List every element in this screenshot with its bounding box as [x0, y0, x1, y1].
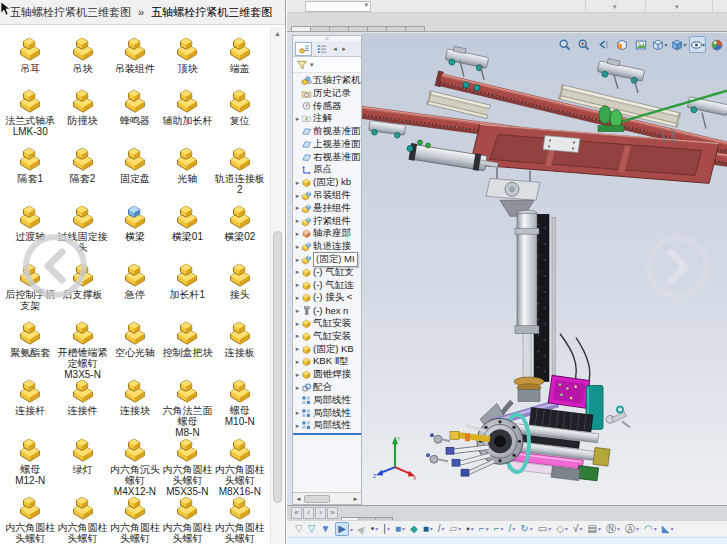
- expand-toggle-icon[interactable]: ▸: [294, 215, 301, 227]
- hscroll-thumb[interactable]: [304, 495, 330, 503]
- library-part-item[interactable]: 横梁: [109, 195, 161, 253]
- library-part-item[interactable]: 固定盘: [109, 137, 161, 195]
- previous-view-icon[interactable]: ▾: [594, 36, 611, 53]
- feature-tree-item[interactable]: ▸ (-) 气缸支: [294, 266, 361, 279]
- zoom-to-area-icon[interactable]: ▾: [575, 36, 592, 53]
- library-part-item[interactable]: 顶块: [161, 27, 213, 79]
- feature-tree-item[interactable]: 局部线性: [294, 394, 361, 407]
- zoom-to-fit-icon[interactable]: ▾: [556, 36, 573, 53]
- filter-edges-icon[interactable]: ▽ ▾: [308, 523, 316, 535]
- feature-tree-item[interactable]: ▸ 局部线性: [294, 407, 361, 420]
- library-part-item[interactable]: 连接板: [214, 311, 266, 369]
- library-part-item[interactable]: 空心光轴: [109, 311, 161, 369]
- tab-nav-next[interactable]: ›: [315, 507, 326, 519]
- tab-mbd[interactable]: [405, 26, 425, 31]
- tab-nav-first[interactable]: «: [291, 507, 302, 519]
- feature-tree-item[interactable]: ▸ 吊装组件: [294, 189, 361, 202]
- board-icon[interactable]: ▭ ▾: [538, 523, 551, 535]
- library-part-item[interactable]: 轨道连接板 2: [214, 137, 266, 195]
- library-part-item[interactable]: 聚氨酯套: [4, 311, 56, 369]
- plane-icon[interactable]: ■ ▾: [395, 523, 405, 535]
- expand-toggle-icon[interactable]: ▸: [294, 318, 301, 330]
- diagonal-icon[interactable]: / ▾: [509, 523, 516, 535]
- feature-tree-item[interactable]: ▸ 注解: [294, 112, 361, 125]
- wedge-icon[interactable]: ◆ ▾: [410, 523, 418, 535]
- point-icon[interactable]: • ▾: [371, 523, 379, 535]
- select-arrow-icon[interactable]: ▶ ▾: [335, 522, 353, 536]
- feature-tree-item[interactable]: ▸ KBK Ⅱ型: [294, 356, 361, 369]
- feature-tree-item[interactable]: ▸ (-) hex n: [294, 304, 361, 317]
- library-part-item[interactable]: 六角法兰面 螺母 M8-N: [161, 369, 213, 427]
- cube-icon[interactable]: ■ ▾: [423, 523, 433, 535]
- expand-toggle-icon[interactable]: ▸: [294, 369, 301, 381]
- library-part-item[interactable]: 连接块: [109, 369, 161, 427]
- feature-tree-item[interactable]: 右视基准面: [294, 151, 361, 164]
- tab-sketch[interactable]: [329, 26, 349, 31]
- edit-appearance-icon[interactable]: ▾: [708, 36, 725, 53]
- rotate-icon[interactable]: ↻ ▾: [520, 523, 532, 535]
- feature-tree-item[interactable]: ▸ 圆锥焊接: [294, 368, 361, 381]
- zoom-note-icon[interactable]: Ⓝ ▾: [606, 523, 620, 535]
- library-part-item[interactable]: 内六角圆柱 头螺钉 M10X30- N: [161, 486, 213, 544]
- surface-icon[interactable]: ▱ ▾: [450, 523, 462, 535]
- expand-toggle-icon[interactable]: ▸: [294, 382, 301, 394]
- library-part-item[interactable]: 隔套2: [56, 137, 108, 195]
- feature-tree-item[interactable]: ▸ 拧紧组件: [294, 215, 361, 228]
- library-part-item[interactable]: 辅助加长杆: [161, 79, 213, 137]
- library-part-item[interactable]: 端盖: [214, 27, 266, 79]
- expand-toggle-icon[interactable]: ▸: [294, 279, 301, 291]
- dropdown-caret-icon[interactable]: ▾: [675, 3, 679, 11]
- expand-toggle-icon[interactable]: ▸: [294, 177, 301, 189]
- scroll-left-icon[interactable]: ◂: [293, 495, 304, 503]
- vertex-icon[interactable]: ▪ ▾: [466, 523, 474, 535]
- feature-panel-hscrollbar[interactable]: ◂ ▸: [293, 492, 361, 504]
- tab-scroll-right[interactable]: ▸: [340, 45, 348, 53]
- library-part-item[interactable]: 内六角圆柱 头螺钉 M5X35-N: [161, 428, 213, 486]
- measure-icon[interactable]: ◣ ▾: [662, 523, 674, 535]
- library-part-item[interactable]: 连接件: [56, 369, 108, 427]
- feature-tree-item[interactable]: 上视基准面: [294, 138, 361, 151]
- eraser-icon[interactable]: ◇ ▾: [556, 523, 568, 535]
- scroll-up-icon[interactable]: ▲: [271, 27, 284, 40]
- expand-toggle-icon[interactable]: ▸: [294, 202, 301, 214]
- expand-toggle-icon[interactable]: ▸: [294, 356, 301, 368]
- library-part-item[interactable]: 螺母 M12-N: [4, 428, 56, 486]
- library-part-item[interactable]: 开槽锥端紧 定螺钉 M3X5-N: [56, 311, 108, 369]
- next-page-overlay-button[interactable]: [646, 235, 710, 299]
- library-part-item[interactable]: 内六角圆柱 头螺钉 M8X35-N: [56, 486, 108, 544]
- library-part-item[interactable]: 复位: [214, 79, 266, 137]
- tab-assembly[interactable]: [291, 26, 311, 31]
- hide-show-items-icon[interactable]: ▾: [689, 36, 706, 53]
- prev-page-overlay-button[interactable]: [23, 234, 87, 298]
- library-part-item[interactable]: 急停: [109, 253, 161, 311]
- library-part-item[interactable]: 横梁01: [161, 195, 213, 253]
- graphics-area[interactable]: Y X Z ▾ ▾ ▾: [362, 33, 727, 505]
- tree-filter[interactable]: ▾: [293, 57, 361, 73]
- lasso-select-icon[interactable]: ▶ ▾: [358, 523, 366, 535]
- arc-icon[interactable]: ◠ ▾: [644, 523, 657, 535]
- apply-scene-icon[interactable]: ▾: [632, 36, 649, 53]
- feature-tree-item[interactable]: ▸ (固定) KB: [294, 343, 361, 356]
- feature-tree-item[interactable]: ▸ 配合: [294, 381, 361, 394]
- expand-toggle-icon[interactable]: ▸: [294, 292, 301, 304]
- feature-tree-item[interactable]: 原点: [294, 164, 361, 177]
- library-part-item[interactable]: 光轴: [161, 137, 213, 195]
- feature-tree-item[interactable]: 历史记录: [294, 87, 361, 100]
- library-part-item[interactable]: 隔套1: [4, 137, 56, 195]
- library-part-item[interactable]: 内六角圆柱 头螺钉 M8X16-N: [214, 428, 266, 486]
- centerline-icon[interactable]: ⌐ ▾: [494, 523, 504, 535]
- library-scrollbar[interactable]: ▲: [270, 27, 284, 544]
- scroll-right-icon[interactable]: ▸: [350, 495, 361, 503]
- library-part-item[interactable]: 控制盒把块: [161, 311, 213, 369]
- library-part-item[interactable]: 吊块: [56, 27, 108, 79]
- corner-icon[interactable]: ⌐ ▾: [479, 523, 489, 535]
- feature-tree-item[interactable]: 前视基准面: [294, 125, 361, 138]
- display-panel-icon[interactable]: ▤ ▾: [587, 523, 600, 535]
- expand-toggle-icon[interactable]: ▸: [294, 330, 301, 342]
- library-part-item[interactable]: 防撞块: [56, 79, 108, 137]
- expand-toggle-icon[interactable]: ▸: [294, 305, 301, 317]
- sketch-line-icon[interactable]: / ▾: [438, 523, 445, 535]
- library-part-item[interactable]: 法兰式轴承 LMK-30: [4, 79, 56, 137]
- expand-toggle-icon[interactable]: ▸: [294, 241, 301, 253]
- feature-tree-item[interactable]: ▸ 轴承座部: [294, 228, 361, 241]
